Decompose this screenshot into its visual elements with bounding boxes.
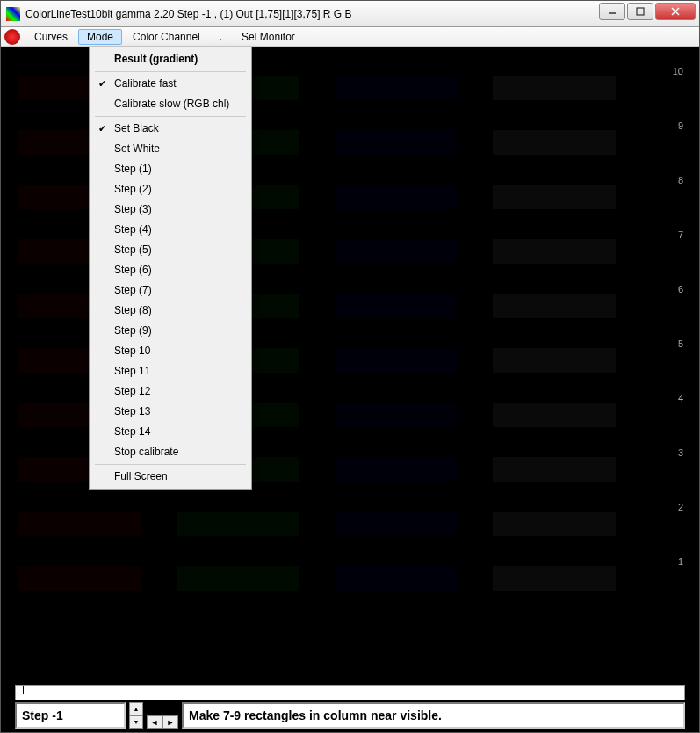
- dropdown-item[interactable]: Step 11: [91, 361, 249, 381]
- dropdown-item-label: Step (7): [114, 284, 152, 296]
- dropdown-item[interactable]: Step 14: [91, 422, 249, 442]
- dropdown-item-label: Step (9): [114, 324, 152, 337]
- swatch-blue: [335, 403, 458, 427]
- dropdown-item-label: Step (2): [114, 183, 152, 195]
- dropdown-item[interactable]: Step (8): [91, 301, 249, 321]
- nav-left-button[interactable]: ◄: [147, 715, 162, 729]
- dropdown-item[interactable]: Step (2): [91, 179, 249, 200]
- step-up-button[interactable]: ▲: [129, 702, 143, 715]
- dropdown-item[interactable]: Set White: [91, 139, 249, 159]
- close-button[interactable]: [655, 3, 696, 20]
- swatch-white: [493, 239, 616, 264]
- dropdown-item-label: Calibrate fast: [114, 77, 177, 90]
- step-down-button[interactable]: ▼: [129, 715, 143, 729]
- dropdown-item-label: Calibrate slow (RGB chl): [114, 98, 229, 110]
- titlebar[interactable]: ColorLineTest10bit gamma 2.20 Step -1 , …: [1, 1, 699, 27]
- dropdown-item[interactable]: Step (3): [91, 200, 249, 220]
- dropdown-item-label: Step (4): [114, 223, 152, 236]
- dropdown-item[interactable]: Step (5): [91, 240, 249, 260]
- row-number: 7: [678, 229, 683, 240]
- row-number: 4: [678, 393, 683, 403]
- menu-separator: [95, 116, 246, 117]
- swatch-blue: [335, 130, 458, 155]
- dropdown-item[interactable]: Stop calibrate: [91, 442, 249, 462]
- dropdown-item[interactable]: ✔Calibrate fast: [91, 74, 249, 94]
- row-number: 3: [678, 447, 683, 458]
- menu-separator: [95, 464, 246, 465]
- swatch-blue: [335, 348, 458, 373]
- dropdown-item[interactable]: Step (1): [91, 159, 249, 179]
- dropdown-item[interactable]: Step (7): [91, 280, 249, 301]
- dropdown-item[interactable]: ✔Set Black: [91, 119, 249, 139]
- swatch-white: [493, 76, 616, 100]
- svg-rect-1: [637, 8, 644, 15]
- swatch-blue: [335, 76, 458, 100]
- check-icon: ✔: [98, 121, 106, 136]
- dropdown-item-label: Step 13: [114, 405, 150, 417]
- swatch-white: [493, 512, 616, 536]
- swatch-white: [493, 294, 616, 318]
- swatch-blue: [335, 239, 458, 264]
- swatch-green: [177, 512, 299, 536]
- dropdown-item[interactable]: Step 10: [91, 341, 249, 361]
- menu-curves[interactable]: Curves: [25, 29, 76, 45]
- swatch-blue: [335, 185, 458, 209]
- check-icon: ✔: [98, 76, 106, 91]
- dropdown-item[interactable]: Step (6): [91, 260, 249, 280]
- menu-mode[interactable]: Mode: [78, 29, 122, 45]
- status-bar: Step -1 ▲ ▼ ◄ ► Make 7-9 rectangles in c…: [15, 702, 685, 729]
- dropdown-item-label: Step 11: [114, 365, 150, 377]
- dropdown-item[interactable]: Step (4): [91, 220, 249, 240]
- menu-color-channel[interactable]: Color Channel: [124, 29, 209, 45]
- row-number: 8: [678, 175, 683, 185]
- window-controls: [599, 3, 696, 20]
- minimize-button[interactable]: [599, 3, 625, 20]
- row-number: 5: [678, 338, 683, 349]
- swatch-white: [493, 130, 616, 155]
- grid-row: 1: [18, 551, 678, 606]
- swatch-white: [493, 403, 616, 427]
- dropdown-item-label: Step 14: [114, 425, 150, 438]
- dropdown-item-label: Step 10: [114, 345, 150, 357]
- swatch-red: [18, 566, 141, 591]
- swatch-blue: [335, 512, 458, 536]
- dropdown-item[interactable]: Step (9): [91, 321, 249, 341]
- swatch-blue: [335, 457, 458, 482]
- maximize-button[interactable]: [627, 3, 653, 20]
- window-title: ColorLineTest10bit gamma 2.20 Step -1 , …: [25, 8, 352, 20]
- swatch-white: [493, 348, 616, 373]
- dropdown-item-label: Step (8): [114, 304, 152, 316]
- swatch-red: [18, 512, 141, 536]
- menu-logo-icon: [4, 29, 20, 45]
- dropdown-item[interactable]: Full Screen: [91, 467, 249, 487]
- menu-dot[interactable]: .: [211, 29, 231, 45]
- step-spinner: ▲ ▼: [129, 702, 143, 729]
- dropdown-item[interactable]: Calibrate slow (RGB chl): [91, 94, 249, 114]
- dropdown-item[interactable]: Step 13: [91, 402, 249, 422]
- app-icon: [6, 7, 20, 21]
- dropdown-item-label: Step (1): [114, 163, 152, 175]
- nav-arrows: ◄ ►: [147, 702, 178, 729]
- row-number: 10: [673, 66, 683, 76]
- swatch-blue: [335, 294, 458, 318]
- hint-text: Make 7-9 rectangles in column near visib…: [182, 702, 685, 729]
- dropdown-item-label: Stop calibrate: [114, 446, 178, 458]
- dropdown-item-label: Step (5): [114, 243, 152, 256]
- swatch-green: [177, 566, 299, 591]
- grid-row: 2: [18, 497, 678, 551]
- swatch-blue: [335, 566, 458, 591]
- nav-right-button[interactable]: ►: [162, 715, 178, 729]
- dropdown-item[interactable]: Step 12: [91, 381, 249, 402]
- swatch-white: [493, 457, 616, 482]
- row-number: 2: [678, 502, 683, 512]
- row-number: 6: [678, 284, 683, 294]
- dropdown-item-label: Set White: [114, 142, 160, 155]
- mode-dropdown: Result (gradient) ✔Calibrate fastCalibra…: [89, 47, 252, 490]
- menu-sel-monitor[interactable]: Sel Monitor: [233, 29, 304, 45]
- row-number: 1: [678, 556, 683, 567]
- dropdown-item-label: Full Screen: [114, 470, 168, 483]
- step-display: Step -1: [15, 702, 126, 729]
- dropdown-item-label: Step (6): [114, 264, 152, 276]
- dropdown-item-label: Step 12: [114, 385, 150, 397]
- ruler[interactable]: [15, 685, 685, 700]
